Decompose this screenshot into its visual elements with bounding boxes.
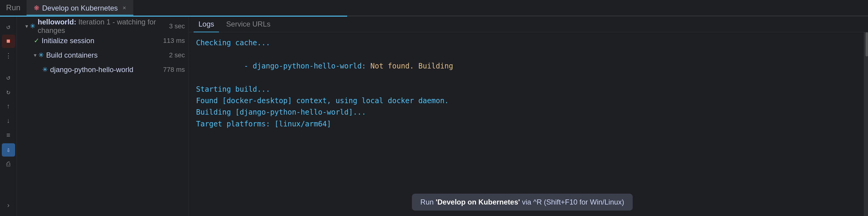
kubernetes-icon: ❋	[34, 4, 39, 12]
tree-arrow-build-icon: ▾	[34, 52, 36, 59]
tree-item-helloworld[interactable]: ▾ ✳ helloworld: Iteration 1 - watching f…	[17, 19, 188, 33]
tooltip-highlight: 'Develop on Kubernetes'	[436, 198, 520, 206]
tree-time-build: 2 sec	[169, 51, 185, 59]
panel-tabs: Logs Service URLs	[189, 17, 868, 32]
reload-button[interactable]: ↺	[2, 20, 15, 33]
tab-label: Develop on Kubernetes	[42, 4, 118, 12]
tree-time-initialize: 113 ms	[163, 37, 185, 44]
scroll-thumb[interactable]	[866, 32, 868, 56]
scrollbar[interactable]	[864, 32, 868, 216]
check-icon-initialize: ✓	[34, 37, 39, 44]
tree-label-build: Build containers	[46, 51, 169, 59]
tree-item-django[interactable]: ✳ django-python-hello-world 778 ms	[17, 62, 188, 77]
log-content-wrapper: Checking cache... - django-python-hello-…	[189, 32, 868, 216]
tree-panel: ▾ ✳ helloworld: Iteration 1 - watching f…	[17, 17, 189, 216]
log-line-6: Target platforms: [linux/arm64]	[196, 118, 857, 130]
tree-item-build-containers[interactable]: ▾ ✳ Build containers 2 sec	[17, 48, 188, 62]
tree-label-helloworld: helloworld: Iteration 1 - watching for c…	[38, 18, 169, 35]
log-content: Checking cache... - django-python-hello-…	[189, 32, 864, 216]
expand-button[interactable]: ›	[2, 199, 15, 212]
up-button[interactable]: ↑	[2, 100, 15, 113]
right-panel: Logs Service URLs Checking cache... - dj…	[189, 17, 868, 216]
tab-run[interactable]: Run	[0, 0, 27, 16]
tree-time-helloworld: 3 sec	[169, 22, 185, 30]
tooltip-bar: Run 'Develop on Kubernetes' via ^R (Shif…	[412, 194, 633, 211]
log-line-3: Starting build...	[196, 84, 857, 95]
import-button[interactable]: ⇩	[2, 143, 15, 157]
back-button[interactable]: ↺	[2, 71, 15, 84]
tab-logs[interactable]: Logs	[194, 17, 219, 32]
spinner-icon-build: ✳	[38, 51, 44, 59]
tree-label-django: django-python-hello-world	[50, 65, 163, 74]
tree-arrow-icon: ▾	[25, 23, 28, 30]
main-area: ↺ ■ ⋮ ↺ ↻ ↑ ↓ ≡ ⇩ ⎙ › ▾ ✳ helloworld: It…	[0, 17, 868, 216]
stop-button[interactable]: ■	[2, 35, 15, 48]
tooltip-suffix: via ^R (Shift+F10 for Win/Linux)	[520, 198, 624, 206]
tab-develop-on-kubernetes[interactable]: ❋ Develop on Kubernetes ×	[27, 0, 134, 16]
log-line-5: Building [django-python-hello-world]...	[196, 106, 857, 118]
spinner-icon-django: ✳	[42, 66, 48, 73]
log-line-1: Checking cache...	[196, 37, 857, 49]
down-button[interactable]: ↓	[2, 114, 15, 128]
tab-bar: Run ❋ Develop on Kubernetes ×	[0, 0, 868, 16]
tree-label-initialize: Initialize session	[42, 36, 163, 45]
tree-item-initialize-session[interactable]: ✓ Initialize session 113 ms	[17, 33, 188, 48]
tooltip-prefix: Run	[421, 198, 436, 206]
log-line-4: Found [docker-desktop] context, using lo…	[196, 95, 857, 106]
tab-close-button[interactable]: ×	[123, 4, 126, 11]
spinner-icon-helloworld: ✳	[30, 22, 35, 30]
log-line-2: - django-python-hello-world: Not found. …	[196, 49, 857, 83]
print-button[interactable]: ⎙	[2, 158, 15, 171]
left-toolbar: ↺ ■ ⋮ ↺ ↻ ↑ ↓ ≡ ⇩ ⎙ ›	[0, 17, 17, 216]
more-options-button[interactable]: ⋮	[2, 49, 15, 62]
forward-button[interactable]: ↻	[2, 85, 15, 99]
sort-button[interactable]: ≡	[2, 129, 15, 142]
tab-service-urls[interactable]: Service URLs	[221, 17, 275, 32]
tree-time-django: 778 ms	[163, 66, 185, 73]
